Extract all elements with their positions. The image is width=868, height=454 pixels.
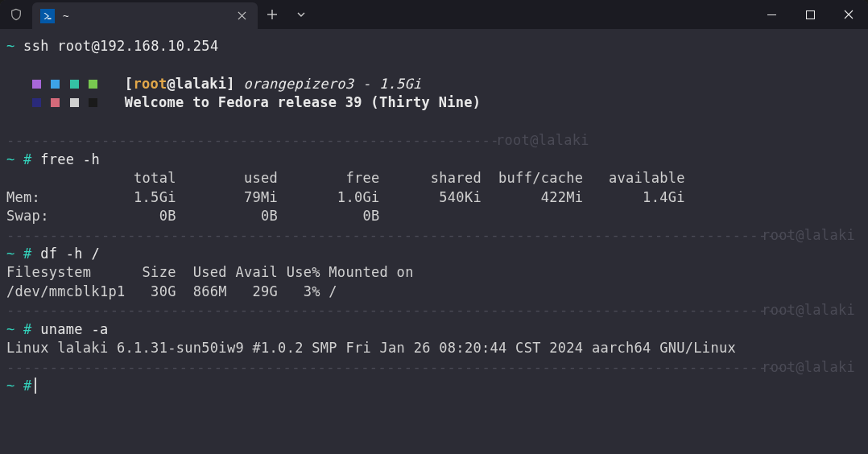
- prompt-hash: #: [23, 246, 32, 262]
- ghost-userhost: root@lalaki: [762, 301, 855, 320]
- divider-line: ----------------------------------------…: [6, 131, 862, 150]
- tab-close-button[interactable]: [234, 8, 250, 24]
- ghost-userhost: root@lalaki: [762, 358, 855, 377]
- titlebar: ~: [0, 0, 868, 29]
- free-cmd-line: ~ # free -h: [6, 151, 862, 169]
- color-block: [89, 80, 97, 89]
- color-block: [70, 98, 79, 107]
- at-symbol: @: [167, 76, 176, 92]
- tab-active[interactable]: ~: [32, 2, 258, 29]
- color-block: [70, 80, 79, 89]
- color-block: [51, 98, 60, 107]
- df-row: /dev/mmcblk1p1 30G 866M 29G 3% /: [6, 283, 862, 301]
- free-mem-row: Mem: 1.5Gi 79Mi 1.0Gi 540Ki 422Mi 1.4Gi: [6, 188, 862, 207]
- close-button[interactable]: [829, 0, 868, 29]
- welcome-text: Welcome to Fedora release 39 (Thirty Nin…: [125, 94, 481, 110]
- ghost-userhost: root@lalaki: [762, 226, 855, 245]
- motd-row1: [root@lalaki] orangepizero3 - 1.5Gi: [6, 75, 862, 93]
- titlebar-drag-area[interactable]: [316, 0, 752, 29]
- ghost-userhost: root@lalaki: [496, 131, 589, 150]
- ssh-cmd: ssh: [23, 38, 49, 54]
- uname-cmd-line: ~ # uname -a: [6, 320, 862, 339]
- hostname: lalaki: [176, 76, 226, 92]
- color-block: [51, 80, 60, 89]
- tab-title: ~: [63, 10, 225, 22]
- df-cmd-line: ~ # df -h /: [6, 245, 862, 263]
- terminal-body[interactable]: ~ ssh root@192.168.10.254 [root@lalaki] …: [0, 29, 868, 454]
- motd-row2: Welcome to Fedora release 39 (Thirty Nin…: [6, 93, 862, 112]
- cursor: [35, 378, 36, 394]
- open-bracket: [: [125, 76, 134, 92]
- prompt-tilde: ~: [6, 378, 15, 394]
- dash-rule: ----------------------------------------…: [6, 359, 793, 375]
- prompt-hash: #: [23, 321, 32, 337]
- svg-rect-6: [806, 10, 814, 19]
- ssh-command-line: ~ ssh root@192.168.10.254: [6, 37, 862, 56]
- close-bracket: ]: [226, 76, 235, 92]
- dash-rule: ----------------------------------------…: [6, 132, 499, 148]
- free-command: free -h: [40, 151, 100, 167]
- divider-line: ----------------------------------------…: [6, 301, 862, 320]
- color-blocks-row1: [32, 75, 100, 93]
- prompt-tilde: ~: [6, 151, 15, 167]
- free-header: total used free shared buff/cache availa…: [6, 169, 862, 188]
- user-root: root: [133, 76, 167, 92]
- prompt-tilde: ~: [6, 321, 15, 337]
- dash-rule: ----------------------------------------…: [6, 227, 793, 243]
- device-info: orangepizero3 - 1.5Gi: [243, 76, 421, 92]
- color-block: [32, 80, 41, 89]
- uname-command: uname -a: [40, 321, 108, 337]
- window-controls: [752, 0, 868, 29]
- dash-rule: ----------------------------------------…: [6, 302, 793, 318]
- color-block: [32, 98, 41, 107]
- prompt-hash: #: [23, 378, 32, 394]
- df-command: df -h /: [40, 246, 100, 262]
- color-blocks-row2: [32, 93, 100, 112]
- terminal-window: ~ ~ ssh root@192.168.10.254: [0, 0, 868, 454]
- powershell-icon: [40, 9, 55, 23]
- color-block: [89, 98, 97, 107]
- prompt-hash: #: [23, 151, 32, 167]
- maximize-button[interactable]: [791, 0, 829, 29]
- uname-output: Linux lalaki 6.1.31-sun50iw9 #1.0.2 SMP …: [6, 339, 862, 357]
- free-swap-row: Swap: 0B 0B 0B: [6, 207, 862, 225]
- shield-icon: [0, 0, 32, 29]
- divider-line: ----------------------------------------…: [6, 226, 862, 245]
- df-header: Filesystem Size Used Avail Use% Mounted …: [6, 263, 862, 282]
- divider-line: ----------------------------------------…: [6, 358, 862, 377]
- current-prompt-line: ~ #: [6, 377, 862, 395]
- ssh-target: root@192.168.10.254: [57, 38, 218, 54]
- prompt-tilde: ~: [6, 38, 15, 54]
- new-tab-button[interactable]: [258, 0, 287, 29]
- svg-rect-0: [48, 18, 52, 19]
- minimize-button[interactable]: [752, 0, 791, 29]
- prompt-tilde: ~: [6, 246, 15, 262]
- tab-dropdown-button[interactable]: [287, 0, 316, 29]
